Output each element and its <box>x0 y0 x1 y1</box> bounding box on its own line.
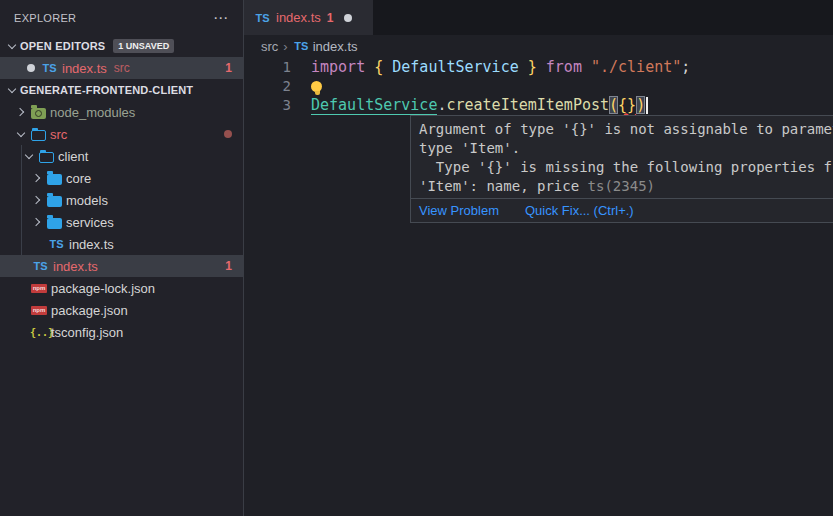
text-cursor <box>646 97 648 114</box>
modified-dot-icon <box>224 130 232 138</box>
brace-token: { <box>374 58 392 76</box>
tree-item-src[interactable]: src <box>0 123 243 145</box>
typescript-file-icon: TS <box>293 40 310 52</box>
error-object-token: {} <box>618 96 636 114</box>
tree-item-label: node_modules <box>50 105 135 120</box>
error-count-badge: 1 <box>225 61 232 75</box>
chevron-down-icon <box>13 126 29 142</box>
tree-item-label: package.json <box>51 303 128 318</box>
line-number: 3 <box>244 96 291 115</box>
folder-open-icon <box>39 152 54 163</box>
tree-item-label: src <box>50 127 67 142</box>
node-modules-folder-icon <box>31 108 46 119</box>
view-problem-link[interactable]: View Problem <box>419 203 499 218</box>
quick-fix-lightbulb-icon[interactable] <box>311 81 323 96</box>
npm-file-icon: npm <box>31 284 47 293</box>
explorer-title: EXPLORER <box>14 12 76 24</box>
punctuation-token: ; <box>681 58 690 76</box>
typescript-file-icon: TS <box>41 62 58 74</box>
keyword-token: from <box>546 58 591 76</box>
tree-item-package-json[interactable]: npm package.json <box>0 299 243 321</box>
explorer-sidebar: EXPLORER ⋯ OPEN EDITORS 1 UNSAVED TS ind… <box>0 0 243 516</box>
project-section-header[interactable]: GENERATE-FRONTEND-CLIENT <box>0 79 243 101</box>
typescript-file-icon: TS <box>48 238 65 250</box>
class-token: DefaultService <box>311 96 437 115</box>
tree-item-services[interactable]: services <box>0 211 243 233</box>
folder-icon <box>47 196 62 207</box>
error-message-line: Type '{}' is missing the following prope… <box>419 159 833 175</box>
brace-token: } <box>519 58 546 76</box>
chevron-separator-icon: › <box>283 39 287 54</box>
keyword-token: import <box>311 58 374 76</box>
unsaved-badge: 1 UNSAVED <box>113 39 174 53</box>
json-braces-icon: {..} <box>30 327 47 338</box>
unsaved-dot-icon <box>27 64 35 72</box>
tree-item-label: services <box>66 215 114 230</box>
close-paren-token: ) <box>636 96 645 114</box>
identifier-token: DefaultService <box>392 58 518 76</box>
tree-item-label: index.ts <box>53 259 98 274</box>
tree-item-src-index-ts[interactable]: TS index.ts 1 <box>0 255 243 277</box>
error-message-line: type 'Item'. <box>419 140 520 156</box>
code-line-1[interactable]: import { DefaultService } from "./client… <box>311 58 690 77</box>
tree-item-label: package-lock.json <box>51 281 155 296</box>
breadcrumb: src › TS index.ts <box>244 35 833 57</box>
folder-icon <box>47 218 62 229</box>
error-message-line: Argument of type '{}' is not assignable … <box>419 121 833 137</box>
open-editors-label: OPEN EDITORS <box>20 40 105 52</box>
chevron-right-icon <box>13 104 29 120</box>
typescript-file-icon: TS <box>32 260 49 272</box>
tree-item-client-index-ts[interactable]: TS index.ts <box>0 233 243 255</box>
folder-open-icon <box>31 130 46 141</box>
tree-item-label: tsconfig.json <box>51 325 123 340</box>
folder-icon <box>47 174 62 185</box>
line-number: 1 <box>244 58 291 77</box>
tab-filename: index.ts <box>276 10 321 25</box>
string-token: "./client" <box>591 58 681 76</box>
line-number: 2 <box>244 77 291 96</box>
function-token: createItemItemPost <box>446 96 609 114</box>
tree-item-label: core <box>66 171 91 186</box>
sidebar-title-bar: EXPLORER ⋯ <box>0 0 243 35</box>
error-message-line: 'Item': name, price <box>419 178 588 194</box>
tree-item-models[interactable]: models <box>0 189 243 211</box>
error-message: Argument of type '{}' is not assignable … <box>411 116 833 198</box>
chevron-right-icon <box>29 170 45 186</box>
open-editor-filename: index.ts <box>62 61 107 76</box>
typescript-file-icon: TS <box>254 12 271 24</box>
hover-actions-bar: View Problem Quick Fix... (Ctrl+.) <box>411 198 833 222</box>
tree-item-core[interactable]: core <box>0 167 243 189</box>
chevron-right-icon <box>29 192 45 208</box>
breadcrumb-file[interactable]: index.ts <box>313 39 358 54</box>
tab-error-count: 1 <box>327 11 334 25</box>
tree-item-label: client <box>58 149 88 164</box>
chevron-down-icon <box>4 82 20 98</box>
tree-item-tsconfig-json[interactable]: {..} tsconfig.json <box>0 321 243 343</box>
code-line-3[interactable]: DefaultService.createItemItemPost({}) <box>311 96 648 115</box>
tree-item-label: models <box>66 193 108 208</box>
tree-item-node-modules[interactable]: node_modules <box>0 101 243 123</box>
chevron-down-icon <box>21 148 37 164</box>
tree-item-package-lock-json[interactable]: npm package-lock.json <box>0 277 243 299</box>
error-hover-tooltip: Argument of type '{}' is not assignable … <box>410 115 833 223</box>
open-paren-token: ( <box>609 96 618 114</box>
chevron-right-icon <box>29 214 45 230</box>
tab-index-ts[interactable]: TS index.ts 1 <box>244 0 373 35</box>
npm-file-icon: npm <box>31 306 47 315</box>
project-name-label: GENERATE-FRONTEND-CLIENT <box>20 84 193 96</box>
more-actions-icon[interactable]: ⋯ <box>213 9 229 27</box>
chevron-down-icon <box>4 38 20 54</box>
unsaved-dot-icon[interactable] <box>344 14 352 22</box>
vscode-window: EXPLORER ⋯ OPEN EDITORS 1 UNSAVED TS ind… <box>0 0 833 516</box>
open-editor-item-index-ts[interactable]: TS index.ts src 1 <box>0 57 243 79</box>
open-editor-folder-desc: src <box>114 61 130 75</box>
tree-item-client[interactable]: client <box>0 145 243 167</box>
breadcrumb-folder[interactable]: src <box>261 39 278 54</box>
error-count-badge: 1 <box>225 259 232 273</box>
quick-fix-link[interactable]: Quick Fix... (Ctrl+.) <box>525 203 634 218</box>
error-code-ref: ts(2345) <box>588 178 655 194</box>
tree-item-label: index.ts <box>69 237 114 252</box>
editor-tab-bar: TS index.ts 1 <box>244 0 833 35</box>
open-editors-header[interactable]: OPEN EDITORS 1 UNSAVED <box>0 35 243 57</box>
